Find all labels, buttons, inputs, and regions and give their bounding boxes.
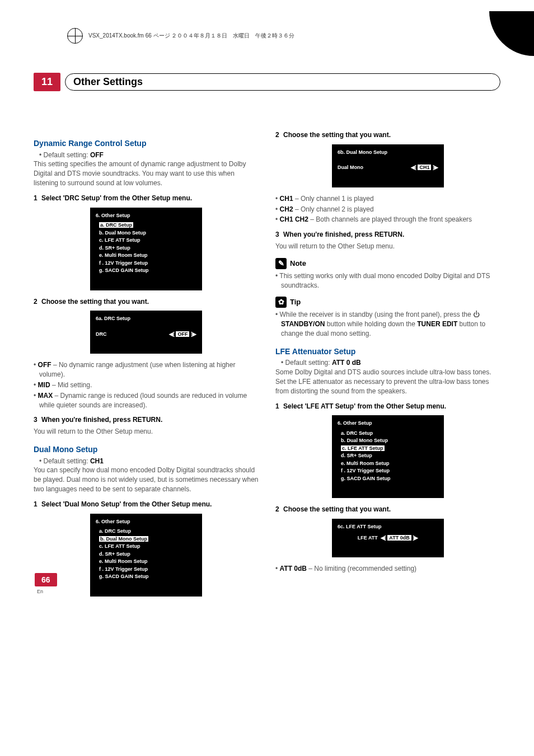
tip-text: • While the receiver is in standby (usin… — [281, 310, 500, 338]
dualmono-return: You will return to the Other Setup menu. — [275, 242, 500, 251]
dualmono-body: You can specify how dual mono encoded Do… — [34, 466, 259, 494]
osd-other-setup-dualmono: 6. Other Setup a. DRC Setup b. Dual Mono… — [90, 514, 202, 597]
chapter-number-badge: 11 — [34, 73, 60, 91]
dm-opt-ch2: • CH2 – Only channel 2 is played — [281, 205, 500, 214]
osd-list: a. DRC Setup b. Dual Mono Setup c. LFE A… — [96, 222, 196, 275]
lfe-step2: 2Choose the setting that you want. — [275, 505, 500, 514]
lfe-opt-0db: • ATT 0dB – No limiting (recommended set… — [281, 564, 500, 574]
osd-other-setup-lfe: 6. Other Setup a. DRC Setup b. Dual Mono… — [332, 415, 444, 498]
dualmono-default: • Default setting: CH1 — [39, 457, 259, 466]
drc-heading: Dynamic Range Control Setup — [34, 138, 259, 149]
chapter-title-capsule: Other Settings — [65, 73, 500, 91]
drc-step1: 1Select 'DRC Setup' from the Other Setup… — [34, 194, 259, 203]
page-lang: En — [37, 589, 43, 594]
drc-default: • Default setting: OFF — [39, 151, 259, 160]
tip-header: ✿ Tip — [275, 297, 500, 308]
drc-step3: 3When you're finished, press RETURN. — [34, 415, 259, 425]
note-text: • This setting works only with dual mono… — [281, 271, 500, 290]
note-header: ✎ Note — [275, 258, 500, 269]
note-icon: ✎ — [275, 258, 287, 269]
lfe-default: • Default setting: ATT 0 dB — [281, 358, 500, 368]
osd-drc-setup: 6a. DRC Setup DRC ◀[ OFF ]▶ — [90, 311, 202, 354]
dualmono-step3: 3When you're finished, press RETURN. — [275, 230, 500, 240]
dm-opt-ch1: • CH1 – Only channel 1 is played — [281, 194, 500, 204]
lfe-heading: LFE Attenuator Setup — [275, 346, 500, 358]
osd-dualmono-setup: 6b. Dual Mono Setup Dual Mono ◀[ CH1 ]▶ — [332, 144, 444, 187]
left-column: Dynamic Range Control Setup • Default se… — [34, 130, 259, 603]
osd-other-setup-drc: 6. Other Setup a. DRC Setup b. Dual Mono… — [90, 208, 202, 290]
page-number-badge: 66 — [35, 573, 57, 586]
drc-opt-mid: • MID – Mid setting. — [39, 381, 259, 390]
drc-return: You will return to the Other Setup menu. — [34, 427, 259, 436]
chapter-header: 11 Other Settings — [34, 73, 500, 91]
chapter-title: Other Settings — [73, 76, 143, 88]
lfe-step1: 1Select 'LFE ATT Setup' from the Other S… — [275, 402, 500, 411]
drc-body: This setting specifies the amount of dyn… — [34, 159, 259, 187]
tip-icon: ✿ — [275, 297, 287, 308]
osd-lfe-att-setup: 6c. LFE ATT Setup LFE ATT ◀[ ATT 0dB ]▶ — [332, 519, 444, 557]
right-column: 2Choose the setting that you want. 6b. D… — [275, 130, 500, 603]
dualmono-heading: Dual Mono Setup — [34, 444, 259, 456]
dualmono-step1: 1Select 'Dual Mono Setup' from the Other… — [34, 500, 259, 509]
dualmono-step2: 2Choose the setting that you want. — [275, 130, 500, 140]
dm-opt-ch1ch2: • CH1 CH2 – Both channels are played thr… — [281, 215, 500, 224]
drc-opt-off: • OFF – No dynamic range adjustment (use… — [39, 360, 259, 379]
drc-step2: 2Choose the setting that you want. — [34, 297, 259, 307]
drc-opt-max: • MAX – Dynamic range is reduced (loud s… — [39, 391, 259, 410]
lfe-body: Some Dolby Digital and DTS audio sources… — [275, 368, 500, 396]
